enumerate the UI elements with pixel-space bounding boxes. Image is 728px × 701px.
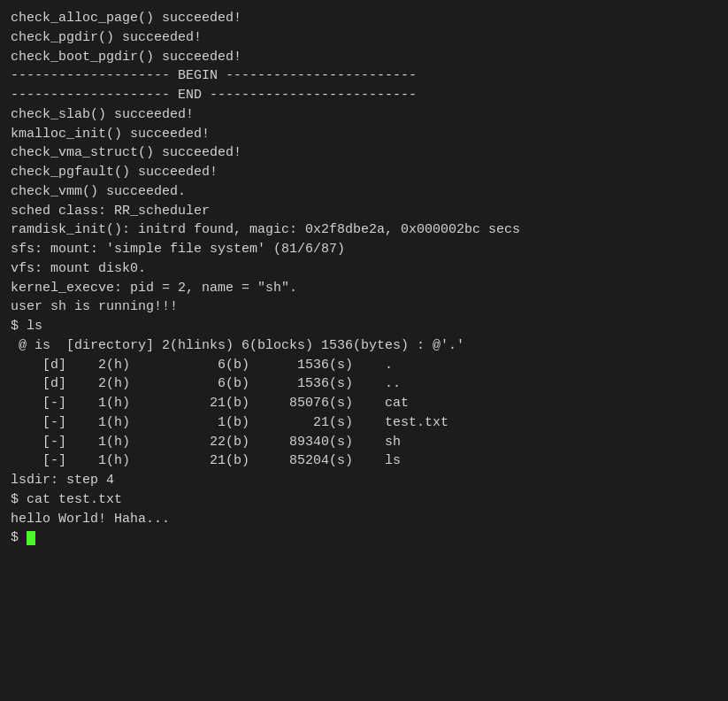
line-text: @ is [directory] 2(hlinks) 6(blocks) 153… bbox=[11, 338, 464, 353]
terminal-line: [-] 1(h) 21(b) 85204(s) ls bbox=[11, 451, 717, 471]
line-text: vfs: mount disk0. bbox=[11, 261, 146, 276]
terminal-line: check_boot_pgdir() succeeded! bbox=[11, 48, 717, 67]
line-text: sched class: RR_scheduler bbox=[11, 204, 210, 219]
terminal-line: check_alloc_page() succeeded! bbox=[11, 9, 717, 28]
prompt-symbol: $ bbox=[11, 530, 27, 545]
line-text: user sh is running!!! bbox=[11, 299, 178, 314]
line-text: [-] 1(h) 22(b) 89340(s) sh bbox=[11, 435, 401, 450]
line-text: $ ls bbox=[11, 319, 42, 334]
terminal-line: [-] 1(h) 21(b) 85076(s) cat bbox=[11, 394, 717, 413]
line-text: check_pgfault() succeeded! bbox=[11, 165, 218, 180]
terminal-line: $ bbox=[11, 528, 717, 548]
terminal-line: hello World! Haha... bbox=[11, 510, 717, 529]
line-text: ramdisk_init(): initrd found, magic: 0x2… bbox=[11, 222, 520, 237]
terminal-line: -------------------- END ---------------… bbox=[11, 86, 717, 105]
terminal-line: check_vmm() succeeded. bbox=[11, 182, 717, 202]
line-text: check_alloc_page() succeeded! bbox=[11, 11, 241, 26]
terminal-line: kernel_execve: pid = 2, name = "sh". bbox=[11, 279, 717, 298]
line-text: [d] 2(h) 6(b) 1536(s) . bbox=[11, 358, 393, 373]
terminal-line: $ cat test.txt bbox=[11, 490, 717, 510]
line-text: check_vmm() succeeded. bbox=[11, 184, 186, 199]
terminal-line: [d] 2(h) 6(b) 1536(s) . bbox=[11, 356, 717, 375]
terminal-line: @ is [directory] 2(hlinks) 6(blocks) 153… bbox=[11, 336, 717, 356]
terminal-line: lsdir: step 4 bbox=[11, 471, 717, 490]
terminal-line: check_vma_struct() succeeded! bbox=[11, 143, 717, 163]
line-text: sfs: mount: 'simple file system' (81/6/8… bbox=[11, 242, 345, 257]
line-text: [-] 1(h) 21(b) 85076(s) cat bbox=[11, 396, 409, 411]
line-text: check_slab() succeeded! bbox=[11, 107, 194, 122]
line-text: check_boot_pgdir() succeeded! bbox=[11, 50, 241, 65]
line-text: check_pgdir() succeeded! bbox=[11, 30, 202, 45]
line-text: -------------------- END ---------------… bbox=[11, 88, 417, 103]
terminal-line: ramdisk_init(): initrd found, magic: 0x2… bbox=[11, 220, 717, 240]
terminal-line: [-] 1(h) 22(b) 89340(s) sh bbox=[11, 433, 717, 452]
line-text: lsdir: step 4 bbox=[11, 473, 114, 488]
line-text: [-] 1(h) 21(b) 85204(s) ls bbox=[11, 453, 401, 468]
terminal-window: check_alloc_page() succeeded!check_pgdir… bbox=[0, 0, 728, 701]
line-text: [d] 2(h) 6(b) 1536(s) .. bbox=[11, 376, 401, 391]
terminal-line: vfs: mount disk0. bbox=[11, 259, 717, 279]
terminal-line: check_pgfault() succeeded! bbox=[11, 163, 717, 182]
line-text: check_vma_struct() succeeded! bbox=[11, 145, 241, 160]
line-text: kmalloc_init() succeeded! bbox=[11, 127, 210, 142]
terminal-line: check_pgdir() succeeded! bbox=[11, 28, 717, 48]
line-text: -------------------- BEGIN -------------… bbox=[11, 68, 417, 83]
cursor-block bbox=[27, 531, 35, 545]
terminal-line: $ ls bbox=[11, 317, 717, 336]
terminal-line: [d] 2(h) 6(b) 1536(s) .. bbox=[11, 374, 717, 394]
line-text: hello World! Haha... bbox=[11, 512, 170, 527]
terminal-line: sched class: RR_scheduler bbox=[11, 202, 717, 221]
line-text: [-] 1(h) 1(b) 21(s) test.txt bbox=[11, 415, 448, 430]
terminal-line: user sh is running!!! bbox=[11, 297, 717, 317]
line-text: kernel_execve: pid = 2, name = "sh". bbox=[11, 281, 297, 296]
terminal-output: check_alloc_page() succeeded!check_pgdir… bbox=[11, 9, 717, 548]
terminal-line: sfs: mount: 'simple file system' (81/6/8… bbox=[11, 240, 717, 259]
terminal-line: [-] 1(h) 1(b) 21(s) test.txt bbox=[11, 413, 717, 433]
terminal-line: check_slab() succeeded! bbox=[11, 105, 717, 125]
terminal-line: kmalloc_init() succeeded! bbox=[11, 125, 717, 144]
terminal-line: -------------------- BEGIN -------------… bbox=[11, 66, 717, 86]
line-text: $ cat test.txt bbox=[11, 492, 122, 507]
